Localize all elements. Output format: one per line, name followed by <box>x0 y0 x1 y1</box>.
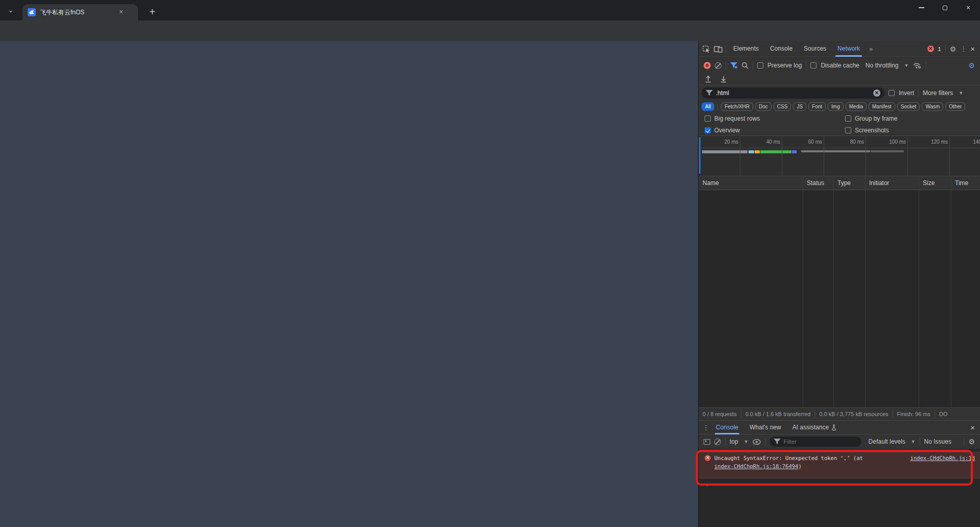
timeline-gridline <box>740 136 740 176</box>
column-header-status[interactable]: Status <box>803 176 833 191</box>
context-select[interactable]: top <box>730 438 738 445</box>
devtools-close-icon[interactable]: × <box>969 44 976 53</box>
console-filter-field[interactable] <box>769 437 861 447</box>
column-header-time[interactable]: Time <box>951 176 980 191</box>
requests-table-body[interactable] <box>698 190 980 407</box>
new-tab-button[interactable]: + <box>145 5 159 19</box>
type-filter-other[interactable]: Other <box>945 102 965 111</box>
record-network-log-icon[interactable] <box>704 62 711 69</box>
column-header-initiator[interactable]: Initiator <box>865 176 919 191</box>
console-prompt-chevron[interactable]: › <box>706 480 710 488</box>
group-by-frame-checkbox[interactable] <box>845 116 851 122</box>
error-source-link[interactable]: index-CHdChpRh.js:18 <box>911 455 975 461</box>
type-filter-media[interactable]: Media <box>846 102 867 111</box>
tab-sources[interactable]: Sources <box>800 41 830 57</box>
levels-select[interactable]: Default levels <box>869 438 905 445</box>
column-header-size[interactable]: Size <box>919 176 951 191</box>
preserve-log-checkbox[interactable] <box>757 62 763 68</box>
type-filter-js[interactable]: JS <box>793 102 806 111</box>
timeline-gridline <box>866 136 866 176</box>
import-har-icon[interactable] <box>705 76 712 83</box>
network-conditions-icon[interactable] <box>913 62 922 69</box>
overview-label: Overview <box>714 127 740 134</box>
clear-console-icon[interactable] <box>714 439 721 445</box>
console-filter-input[interactable] <box>784 439 845 445</box>
invert-checkbox[interactable] <box>889 90 895 96</box>
type-filter-socket[interactable]: Socket <box>897 102 920 111</box>
requests-count: 0 / 8 requests <box>703 411 737 417</box>
tab-title: 飞牛私有云fnOS <box>40 8 116 17</box>
drawer-tab-ai-assistance[interactable]: AI assistance <box>789 421 839 434</box>
export-har-icon[interactable] <box>720 76 727 83</box>
divider <box>725 438 726 446</box>
column-separator <box>919 190 919 407</box>
devtools-tab-bar: Elements Console Sources Network » ✕ 1 ⚙… <box>698 41 980 57</box>
console-toolbar: top ▼ Default levels ▼ No Issues ⚙ <box>698 434 980 449</box>
throttling-select[interactable]: No throttling <box>866 62 899 69</box>
devtools-menu-icon[interactable]: ⋮ <box>960 48 965 50</box>
clear-filter-icon[interactable]: ✕ <box>873 89 880 97</box>
minimize-button[interactable] <box>909 0 933 15</box>
column-header-name[interactable]: Name <box>698 176 803 191</box>
disable-cache-checkbox[interactable] <box>810 62 816 68</box>
drawer-tab-whats-new[interactable]: What's new <box>746 421 784 434</box>
close-window-button[interactable]: × <box>956 0 980 15</box>
filter-funnel-icon[interactable] <box>730 62 737 68</box>
network-settings-gear-icon[interactable]: ⚙ <box>968 62 975 69</box>
issues-counter[interactable]: No Issues <box>924 438 951 445</box>
error-inline-link[interactable]: index-CHdChpRh.js:18:76494 <box>714 463 798 469</box>
browser-tab[interactable]: 飞牛私有云fnOS × <box>22 4 138 20</box>
drawer-close-icon[interactable]: × <box>969 423 976 432</box>
timeline-gridline <box>824 136 824 176</box>
restore-button[interactable] <box>933 0 956 15</box>
drawer-menu-icon[interactable]: ⋮ <box>703 426 708 429</box>
screenshots-checkbox[interactable] <box>845 127 851 133</box>
tab-elements[interactable]: Elements <box>729 41 763 57</box>
waterfall-bar <box>760 150 791 153</box>
error-badge-icon[interactable]: ✕ <box>927 45 934 52</box>
console-messages[interactable]: ✕ Uncaught SyntaxError: Unexpected token… <box>698 449 980 527</box>
tab-close-icon[interactable]: × <box>116 8 126 17</box>
browser-toolbar: ← → ⚠ 不安全 h e:5666 ☆ Z ⋮ <box>0 20 980 41</box>
device-toolbar-icon[interactable] <box>714 45 722 53</box>
big-request-rows-checkbox[interactable] <box>705 116 711 122</box>
domcontentloaded-clipped: DO <box>939 411 948 417</box>
more-tabs-icon[interactable]: » <box>867 45 875 53</box>
devtools-controls: ✕ 1 ⚙ ⋮ × <box>927 44 976 53</box>
column-header-type[interactable]: Type <box>833 176 865 191</box>
type-filter-fetchxhr[interactable]: Fetch/XHR <box>721 102 753 111</box>
network-overview-timeline[interactable]: 20 ms40 ms60 ms80 ms100 ms120 ms140 ms <box>698 136 980 176</box>
ai-assistance-label: AI assistance <box>792 421 829 434</box>
filter-input[interactable] <box>716 89 870 97</box>
waterfall-bar <box>801 150 870 152</box>
type-filter-font[interactable]: Font <box>808 102 826 111</box>
clear-network-log-icon[interactable] <box>715 62 721 69</box>
search-icon[interactable] <box>741 62 749 69</box>
type-filter-wasm[interactable]: Wasm <box>922 102 943 111</box>
column-separator <box>803 190 803 407</box>
type-filter-manifest[interactable]: Manifest <box>869 102 895 111</box>
waterfall-bar <box>749 150 754 153</box>
column-separator <box>865 190 866 407</box>
overview-checkbox[interactable] <box>705 127 711 133</box>
console-sidebar-icon[interactable] <box>704 439 710 445</box>
close-icon: × <box>966 4 970 11</box>
tick-label: 20 ms <box>698 136 740 148</box>
more-filters-button[interactable]: More filters <box>923 89 953 97</box>
preserve-log-label: Preserve log <box>767 62 802 69</box>
settings-gear-icon[interactable]: ⚙ <box>950 45 956 53</box>
live-expression-eye-icon[interactable] <box>753 439 761 445</box>
timeline-selection-handle[interactable] <box>699 137 701 174</box>
type-filter-img[interactable]: Img <box>828 102 844 111</box>
type-filter-css[interactable]: CSS <box>774 102 791 111</box>
divider <box>806 61 806 70</box>
tab-network[interactable]: Network <box>833 41 864 57</box>
type-filter-all[interactable]: All <box>702 102 714 111</box>
tab-search-button[interactable]: ⌄ <box>4 4 17 17</box>
tab-console[interactable]: Console <box>766 41 797 57</box>
filter-text-field[interactable]: ✕ <box>702 87 884 99</box>
console-settings-gear-icon[interactable]: ⚙ <box>968 438 975 445</box>
type-filter-doc[interactable]: Doc <box>755 102 772 111</box>
drawer-tab-console[interactable]: Console <box>713 421 741 434</box>
inspect-element-icon[interactable] <box>703 45 711 53</box>
